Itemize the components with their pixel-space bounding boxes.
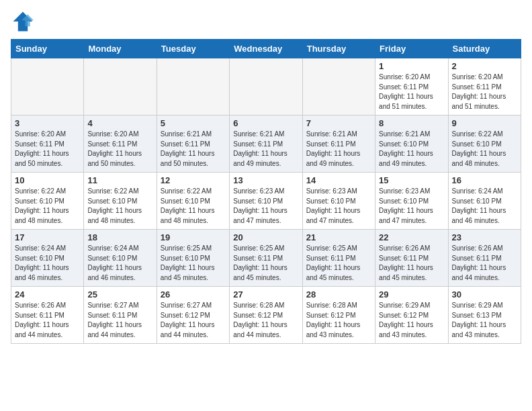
day-info: Sunrise: 6:22 AM Sunset: 6:10 PM Dayligh… <box>161 187 226 226</box>
calendar-cell: 19Sunrise: 6:25 AM Sunset: 6:10 PM Dayli… <box>157 230 229 287</box>
day-info: Sunrise: 6:23 AM Sunset: 6:10 PM Dayligh… <box>233 187 298 226</box>
calendar-cell: 14Sunrise: 6:23 AM Sunset: 6:10 PM Dayli… <box>302 173 375 230</box>
day-info: Sunrise: 6:22 AM Sunset: 6:10 PM Dayligh… <box>452 130 517 169</box>
day-number: 17 <box>15 232 80 242</box>
day-number: 14 <box>306 175 371 185</box>
logo-icon <box>11 9 35 34</box>
calendar-cell: 10Sunrise: 6:22 AM Sunset: 6:10 PM Dayli… <box>11 173 84 230</box>
day-number: 1 <box>379 61 444 71</box>
calendar-cell: 7Sunrise: 6:21 AM Sunset: 6:11 PM Daylig… <box>302 116 375 173</box>
day-number: 12 <box>161 175 226 185</box>
day-number: 10 <box>15 175 80 185</box>
day-number: 5 <box>161 118 226 128</box>
day-info: Sunrise: 6:23 AM Sunset: 6:10 PM Dayligh… <box>379 187 444 226</box>
day-info: Sunrise: 6:20 AM Sunset: 6:11 PM Dayligh… <box>15 130 80 169</box>
calendar-cell: 18Sunrise: 6:24 AM Sunset: 6:10 PM Dayli… <box>84 230 157 287</box>
day-number: 7 <box>306 118 371 128</box>
day-number: 16 <box>452 175 517 185</box>
calendar-cell: 24Sunrise: 6:26 AM Sunset: 6:11 PM Dayli… <box>11 287 84 344</box>
day-info: Sunrise: 6:21 AM Sunset: 6:11 PM Dayligh… <box>233 130 298 169</box>
calendar-cell: 29Sunrise: 6:29 AM Sunset: 6:12 PM Dayli… <box>375 287 448 344</box>
calendar-cell <box>84 58 157 116</box>
day-info: Sunrise: 6:25 AM Sunset: 6:10 PM Dayligh… <box>161 244 226 283</box>
day-number: 24 <box>15 289 80 300</box>
day-number: 3 <box>15 118 80 128</box>
weekday-header-monday: Monday <box>84 40 157 58</box>
day-info: Sunrise: 6:20 AM Sunset: 6:11 PM Dayligh… <box>452 73 517 111</box>
weekday-header-saturday: Saturday <box>448 40 521 58</box>
calendar-cell: 4Sunrise: 6:20 AM Sunset: 6:11 PM Daylig… <box>84 116 157 173</box>
day-info: Sunrise: 6:29 AM Sunset: 6:13 PM Dayligh… <box>452 301 517 340</box>
calendar-cell: 21Sunrise: 6:25 AM Sunset: 6:11 PM Dayli… <box>302 230 375 287</box>
calendar: SundayMondayTuesdayWednesdayThursdayFrid… <box>11 39 521 344</box>
day-number: 20 <box>233 232 298 242</box>
day-number: 21 <box>306 232 371 242</box>
weekday-header-thursday: Thursday <box>302 40 375 58</box>
weekday-header-sunday: Sunday <box>11 40 84 58</box>
calendar-cell <box>302 58 375 116</box>
day-number: 2 <box>452 61 517 71</box>
calendar-cell: 13Sunrise: 6:23 AM Sunset: 6:10 PM Dayli… <box>230 173 302 230</box>
day-info: Sunrise: 6:21 AM Sunset: 6:11 PM Dayligh… <box>161 130 226 169</box>
calendar-cell: 16Sunrise: 6:24 AM Sunset: 6:10 PM Dayli… <box>448 173 521 230</box>
day-info: Sunrise: 6:26 AM Sunset: 6:11 PM Dayligh… <box>379 244 444 283</box>
weekday-header-friday: Friday <box>375 40 448 58</box>
calendar-cell: 26Sunrise: 6:27 AM Sunset: 6:12 PM Dayli… <box>157 287 229 344</box>
weekday-header-tuesday: Tuesday <box>157 40 229 58</box>
calendar-cell: 3Sunrise: 6:20 AM Sunset: 6:11 PM Daylig… <box>11 116 84 173</box>
calendar-cell: 9Sunrise: 6:22 AM Sunset: 6:10 PM Daylig… <box>448 116 521 173</box>
calendar-week-4: 17Sunrise: 6:24 AM Sunset: 6:10 PM Dayli… <box>11 230 521 287</box>
day-number: 26 <box>161 289 226 300</box>
day-info: Sunrise: 6:25 AM Sunset: 6:11 PM Dayligh… <box>306 244 371 283</box>
calendar-week-1: 1Sunrise: 6:20 AM Sunset: 6:11 PM Daylig… <box>11 58 521 116</box>
day-info: Sunrise: 6:26 AM Sunset: 6:11 PM Dayligh… <box>15 301 80 340</box>
weekday-header-wednesday: Wednesday <box>230 40 302 58</box>
calendar-cell: 20Sunrise: 6:25 AM Sunset: 6:11 PM Dayli… <box>230 230 302 287</box>
day-info: Sunrise: 6:24 AM Sunset: 6:10 PM Dayligh… <box>452 187 517 226</box>
calendar-cell: 23Sunrise: 6:26 AM Sunset: 6:11 PM Dayli… <box>448 230 521 287</box>
day-number: 13 <box>233 175 298 185</box>
day-number: 27 <box>233 289 298 300</box>
calendar-cell: 17Sunrise: 6:24 AM Sunset: 6:10 PM Dayli… <box>11 230 84 287</box>
calendar-week-5: 24Sunrise: 6:26 AM Sunset: 6:11 PM Dayli… <box>11 287 521 344</box>
logo-area <box>11 9 38 34</box>
day-info: Sunrise: 6:24 AM Sunset: 6:10 PM Dayligh… <box>15 244 80 283</box>
day-info: Sunrise: 6:27 AM Sunset: 6:12 PM Dayligh… <box>161 301 226 340</box>
day-number: 18 <box>87 232 152 242</box>
calendar-cell: 8Sunrise: 6:21 AM Sunset: 6:10 PM Daylig… <box>375 116 448 173</box>
day-info: Sunrise: 6:27 AM Sunset: 6:11 PM Dayligh… <box>87 301 152 340</box>
calendar-cell: 5Sunrise: 6:21 AM Sunset: 6:11 PM Daylig… <box>157 116 229 173</box>
day-number: 19 <box>161 232 226 242</box>
day-info: Sunrise: 6:29 AM Sunset: 6:12 PM Dayligh… <box>379 301 444 340</box>
calendar-cell: 15Sunrise: 6:23 AM Sunset: 6:10 PM Dayli… <box>375 173 448 230</box>
calendar-cell: 25Sunrise: 6:27 AM Sunset: 6:11 PM Dayli… <box>84 287 157 344</box>
calendar-cell <box>157 58 229 116</box>
day-number: 23 <box>452 232 517 242</box>
day-info: Sunrise: 6:25 AM Sunset: 6:11 PM Dayligh… <box>233 244 298 283</box>
day-info: Sunrise: 6:20 AM Sunset: 6:11 PM Dayligh… <box>87 130 152 169</box>
day-number: 6 <box>233 118 298 128</box>
calendar-cell: 11Sunrise: 6:22 AM Sunset: 6:10 PM Dayli… <box>84 173 157 230</box>
calendar-cell: 22Sunrise: 6:26 AM Sunset: 6:11 PM Dayli… <box>375 230 448 287</box>
calendar-cell <box>11 58 84 116</box>
day-info: Sunrise: 6:28 AM Sunset: 6:12 PM Dayligh… <box>233 301 298 340</box>
header <box>11 7 521 34</box>
day-info: Sunrise: 6:21 AM Sunset: 6:10 PM Dayligh… <box>379 130 444 169</box>
calendar-body: 1Sunrise: 6:20 AM Sunset: 6:11 PM Daylig… <box>11 58 521 344</box>
day-number: 25 <box>87 289 152 300</box>
calendar-week-2: 3Sunrise: 6:20 AM Sunset: 6:11 PM Daylig… <box>11 116 521 173</box>
day-number: 8 <box>379 118 444 128</box>
day-info: Sunrise: 6:22 AM Sunset: 6:10 PM Dayligh… <box>15 187 80 226</box>
day-number: 15 <box>379 175 444 185</box>
day-number: 29 <box>379 289 444 300</box>
day-number: 22 <box>379 232 444 242</box>
weekday-header-row: SundayMondayTuesdayWednesdayThursdayFrid… <box>11 40 521 58</box>
calendar-cell: 1Sunrise: 6:20 AM Sunset: 6:11 PM Daylig… <box>375 58 448 116</box>
day-number: 9 <box>452 118 517 128</box>
day-info: Sunrise: 6:21 AM Sunset: 6:11 PM Dayligh… <box>306 130 371 169</box>
calendar-cell: 28Sunrise: 6:28 AM Sunset: 6:12 PM Dayli… <box>302 287 375 344</box>
day-info: Sunrise: 6:22 AM Sunset: 6:10 PM Dayligh… <box>87 187 152 226</box>
page: SundayMondayTuesdayWednesdayThursdayFrid… <box>0 0 532 351</box>
day-info: Sunrise: 6:26 AM Sunset: 6:11 PM Dayligh… <box>452 244 517 283</box>
calendar-cell: 6Sunrise: 6:21 AM Sunset: 6:11 PM Daylig… <box>230 116 302 173</box>
